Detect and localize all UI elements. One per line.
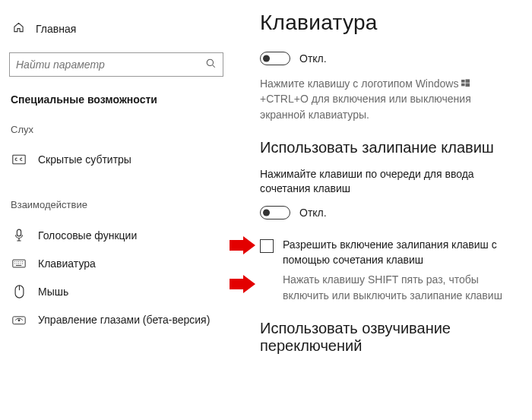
onscreen-keyboard-hint: Нажмите клавишу с логотипом Windows +CTR… — [260, 76, 511, 122]
sticky-keys-desc: Нажимайте клавиши по очереди для ввода с… — [260, 167, 511, 197]
nav-item-label: Мышь — [38, 286, 68, 298]
search-box[interactable] — [9, 52, 223, 77]
main-panel: Клавиатура Откл. Нажмите клавишу с логот… — [233, 0, 532, 420]
nav-item-label: Клавиатура — [38, 257, 96, 270]
annotation-arrow-icon — [230, 236, 252, 253]
group-interaction-label: Взаимодействие — [11, 199, 223, 210]
section-title: Специальные возможности — [11, 93, 223, 106]
annotation-arrow-icon — [230, 275, 252, 292]
svg-point-0 — [207, 59, 213, 65]
svg-rect-3 — [17, 229, 21, 236]
home-icon — [12, 21, 25, 36]
toggle-keys-title: Использовать озвучивание переключений — [260, 320, 511, 355]
keyboard-icon — [12, 259, 26, 268]
nav-eye-control[interactable]: Управление глазами (бета-версия) — [9, 306, 223, 333]
sidebar: Главная Специальные возможности Слух Скр… — [0, 0, 233, 420]
svg-marker-24 — [230, 236, 255, 254]
nav-speech[interactable]: Голосовые функции — [9, 221, 223, 250]
windows-logo-icon — [461, 79, 470, 91]
search-icon — [205, 58, 217, 71]
toggle-state-label: Откл. — [299, 52, 327, 65]
nav-closed-captions[interactable]: Скрытые субтитры — [9, 146, 223, 173]
onscreen-keyboard-toggle[interactable] — [260, 52, 290, 65]
sticky-keys-title: Использовать залипание клавиш — [260, 139, 511, 156]
nav-item-label: Голосовые функции — [38, 229, 137, 242]
svg-rect-22 — [461, 84, 465, 87]
page-title: Клавиатура — [260, 11, 511, 35]
sticky-keys-toggle-row: Откл. — [260, 206, 511, 219]
closed-captions-icon — [12, 154, 26, 165]
nav-item-label: Скрытые субтитры — [38, 153, 131, 166]
sticky-shortcut-hint: Нажать клавишу SHIFT пять раз, чтобы вкл… — [283, 272, 511, 303]
group-hearing-label: Слух — [11, 124, 223, 135]
microphone-icon — [12, 229, 26, 242]
svg-rect-2 — [13, 155, 25, 163]
svg-rect-23 — [466, 84, 470, 87]
nav-home-label: Главная — [36, 23, 76, 35]
sticky-shortcut-checkbox[interactable] — [260, 239, 274, 253]
search-input[interactable] — [16, 58, 205, 71]
svg-rect-21 — [466, 79, 470, 82]
onscreen-keyboard-toggle-row: Откл. — [260, 52, 511, 65]
eye-control-icon — [12, 314, 26, 325]
svg-rect-20 — [461, 80, 465, 83]
mouse-icon — [12, 285, 26, 298]
nav-item-label: Управление глазами (бета-версия) — [38, 314, 210, 326]
toggle-state-label: Откл. — [299, 207, 327, 219]
sticky-shortcut-label: Разрешить включение залипания клавиш с п… — [283, 238, 511, 267]
svg-marker-25 — [230, 275, 255, 293]
nav-mouse[interactable]: Мышь — [9, 277, 223, 306]
nav-keyboard[interactable]: Клавиатура — [9, 250, 223, 277]
svg-line-1 — [213, 65, 215, 68]
nav-home[interactable]: Главная — [9, 17, 223, 40]
sticky-shortcut-check-row: Разрешить включение залипания клавиш с п… — [260, 238, 511, 267]
svg-point-19 — [18, 320, 20, 321]
sticky-keys-toggle[interactable] — [260, 206, 290, 219]
